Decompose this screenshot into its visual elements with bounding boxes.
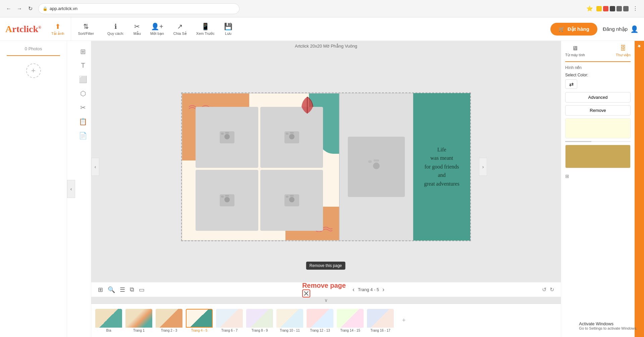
add-photo-button[interactable]: + (26, 63, 41, 78)
bookmark-star-icon[interactable]: ⭐ (585, 4, 594, 13)
thumb-label-bia: Bìa (95, 328, 122, 332)
color-swap-button[interactable]: ⇄ (565, 79, 577, 89)
collapse-left-button[interactable]: ‹ (67, 180, 75, 198)
thumbnail-4-5[interactable]: Trang 4 - 5 (186, 309, 213, 332)
add-page-button[interactable]: + (397, 317, 411, 324)
ext-icon-4 (616, 6, 622, 11)
search-icon[interactable]: 🔍 (108, 286, 115, 293)
expand-right-button[interactable]: › (479, 158, 487, 176)
panel-section-label: Hình nền (565, 65, 631, 70)
thumb-label-16-17: Trang 16 - 17 (367, 328, 394, 332)
library-tab[interactable]: 🗄 Thư viện (616, 45, 631, 57)
sort-icon: ⇅ (83, 22, 89, 30)
color-swatch-light[interactable] (565, 118, 631, 138)
thumb-inner-bia (95, 309, 122, 328)
browser-bar: ← → ↻ 🔒 app.artclick.vn ⭐ ⋮ (0, 0, 644, 17)
login-area[interactable]: Đăng nhập 👤 (603, 25, 639, 33)
forward-button[interactable]: → (15, 4, 24, 13)
frame-tool[interactable]: ⬜ (79, 75, 87, 83)
grid-tool[interactable]: ⊞ (80, 48, 86, 56)
scissors-tool[interactable]: ✂ (80, 104, 86, 112)
ext-icon-1 (596, 6, 602, 11)
thumbnail-14-15[interactable]: Trang 14 - 15 (337, 309, 364, 332)
thumb-label-4-5: Trang 4 - 5 (186, 328, 213, 332)
page-right: Lifewas meantfor good friendsandgreat ad… (413, 93, 470, 241)
single-page-icon[interactable]: ▭ (139, 286, 145, 293)
leaf-decoration (299, 95, 316, 117)
upload-tool[interactable]: ⬆ Tải ảnh (51, 22, 64, 36)
template-tool[interactable]: ✂ Mẫu (133, 22, 141, 36)
photo-placeholder-mid[interactable] (348, 137, 405, 197)
svg-point-18 (373, 162, 380, 169)
template-icon: ✂ (134, 22, 140, 30)
prev-page-icon[interactable]: ‹ (353, 286, 355, 293)
top-toolbar: Artclick® ⬆ Tải ảnh ⇅ Sort/Filter ℹ Quy … (0, 17, 644, 41)
logo[interactable]: Artclick® (5, 24, 41, 35)
thumb-inner-16-17 (367, 309, 394, 328)
thumbnail-16-17[interactable]: Trang 16 - 17 (367, 309, 394, 332)
remove-page-icon-button[interactable] (302, 289, 310, 297)
thumbnail-2-3[interactable]: Trang 2 - 3 (156, 309, 182, 332)
browser-actions: ⭐ ⋮ (585, 4, 640, 13)
color-swatch-gold[interactable] (565, 145, 631, 168)
url-text: app.artclick.vn (50, 6, 77, 11)
list-view-icon[interactable]: ☰ (120, 286, 125, 293)
canvas-wrapper[interactable]: ‹ (91, 51, 561, 282)
share-tool[interactable]: ↗ Chia Sẻ (173, 22, 187, 36)
sort-filter-tool[interactable]: ⇅ Sort/Filter (78, 22, 94, 36)
thumb-inner-12-13 (307, 309, 333, 328)
thumbnail-1[interactable]: Trang 1 (125, 309, 152, 332)
undo-button[interactable]: ↺ (542, 286, 546, 293)
order-button[interactable]: 🛒 Đặt hàng (550, 23, 597, 36)
svg-rect-16 (290, 195, 294, 197)
back-button[interactable]: ← (4, 4, 13, 13)
ext-icon-5 (623, 6, 629, 11)
grid-view-icon[interactable]: ⊞ (98, 286, 103, 293)
thumbnail-6-7[interactable]: Trang 6 - 7 (216, 309, 243, 332)
expand-left-button[interactable]: ‹ (91, 158, 99, 176)
collapse-bottom-button[interactable]: ∨ (91, 297, 561, 304)
right-panel-header: 🖥 Từ máy tính 🗄 Thư viện (565, 45, 631, 57)
duplicate-tool[interactable]: 📄 (79, 132, 87, 140)
right-panel: 🖥 Từ máy tính 🗄 Thư viện Hình nền Select… (561, 41, 635, 337)
save-tool[interactable]: 💾 Lưu (224, 22, 232, 36)
thumb-label-2-3: Trang 2 - 3 (156, 328, 182, 332)
expand-icon[interactable]: ⊞ (565, 174, 631, 179)
invite-tool[interactable]: 👤+ Mời bạn (150, 22, 164, 36)
extension-icons (596, 6, 629, 11)
address-bar[interactable]: 🔒 app.artclick.vn (38, 3, 239, 14)
page-left (182, 93, 339, 241)
copy-tool[interactable]: 📋 (79, 118, 87, 126)
thumbnail-bia[interactable]: Bìa (95, 309, 122, 332)
photo-placeholder-4[interactable] (260, 170, 323, 231)
page-middle (339, 93, 413, 241)
redo-button[interactable]: ↻ (550, 286, 554, 293)
reload-button[interactable]: ↻ (25, 4, 35, 13)
svg-rect-7 (286, 133, 288, 135)
next-page-icon[interactable]: › (382, 286, 384, 293)
remove-button[interactable]: Remove (565, 105, 631, 116)
cart-icon: 🛒 (558, 26, 565, 32)
from-computer-tab[interactable]: 🖥 Từ máy tính (565, 45, 585, 57)
text-tool[interactable]: T (81, 62, 85, 69)
svg-rect-3 (221, 133, 224, 135)
svg-point-14 (289, 197, 294, 202)
thumbnail-10-11[interactable]: Trang 10 - 11 (276, 309, 303, 332)
thumb-label-6-7: Trang 6 - 7 (216, 328, 243, 332)
svg-rect-19 (368, 160, 372, 163)
advanced-button[interactable]: Advanced (565, 92, 631, 103)
thumbnail-8-9[interactable]: Trang 8 - 9 (246, 309, 273, 332)
photo-placeholder-1[interactable] (196, 107, 258, 168)
app-container: Artclick® ⬆ Tải ảnh ⇅ Sort/Filter ℹ Quy … (0, 17, 644, 337)
photo-placeholder-3[interactable] (196, 170, 258, 231)
thumbnail-12-13[interactable]: Trang 12 - 13 (307, 309, 333, 332)
thumb-inner-2-3 (156, 309, 182, 328)
remove-page-container: Remove page Remove this page (302, 282, 349, 297)
invite-icon: 👤+ (151, 22, 163, 30)
browser-nav-buttons: ← → ↻ (4, 4, 35, 13)
3d-tool[interactable]: ⬡ (80, 89, 86, 97)
preview-tool[interactable]: 📱 Xem Trước (196, 22, 215, 36)
far-right-strip: ★ (635, 41, 644, 337)
copy-page-icon[interactable]: ⧉ (130, 286, 134, 293)
menu-button[interactable]: ⋮ (631, 4, 640, 13)
